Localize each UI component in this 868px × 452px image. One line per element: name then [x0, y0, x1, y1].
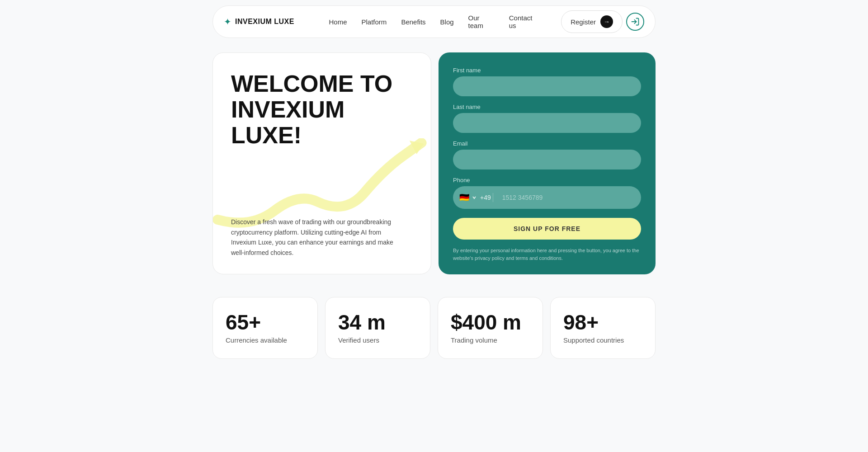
nav-link-home[interactable]: Home — [329, 18, 347, 26]
stat-label-volume: Trading volume — [451, 336, 530, 344]
nav-links: Home Platform Benefits Blog Our team Con… — [329, 14, 539, 29]
navbar-wrapper: ✦ INVEXIUM LUXE Home Platform Benefits B… — [0, 0, 868, 43]
first-name-group: First name — [453, 67, 641, 96]
stat-label-currencies: Currencies available — [226, 336, 305, 344]
last-name-group: Last name — [453, 104, 641, 133]
stats-section: 65+ Currencies available 34 m Verified u… — [0, 292, 868, 377]
login-icon — [631, 17, 640, 26]
phone-row: 🇩🇪 +49 — [453, 186, 641, 209]
hero-section: WELCOME TO INVEXIUM LUXE! Discover a fre… — [0, 43, 868, 292]
chevron-down-icon — [472, 195, 476, 200]
stats-grid: 65+ Currencies available 34 m Verified u… — [212, 297, 656, 359]
register-arrow-icon: → — [600, 15, 613, 28]
hero-left-card: WELCOME TO INVEXIUM LUXE! Discover a fre… — [212, 52, 431, 274]
stat-label-countries: Supported countries — [563, 336, 642, 344]
terms-text: By entering your personal information he… — [453, 247, 641, 262]
nav-link-contact[interactable]: Contact us — [509, 14, 539, 29]
email-label: Email — [453, 140, 641, 147]
phone-input[interactable] — [495, 188, 641, 207]
nav-link-benefits[interactable]: Benefits — [401, 18, 425, 26]
hero-inner: WELCOME TO INVEXIUM LUXE! Discover a fre… — [212, 52, 656, 274]
nav-link-blog[interactable]: Blog — [440, 18, 454, 26]
nav-right: Register → — [539, 10, 645, 33]
nav-link-platform[interactable]: Platform — [362, 18, 387, 26]
email-group: Email — [453, 140, 641, 170]
stat-card-users: 34 m Verified users — [325, 297, 430, 359]
stat-card-currencies: 65+ Currencies available — [212, 297, 318, 359]
logo-icon: ✦ — [224, 16, 231, 27]
stat-number-countries: 98+ — [563, 312, 642, 333]
stat-card-volume: $400 m Trading volume — [438, 297, 543, 359]
country-code: +49 — [480, 194, 491, 201]
country-flag: 🇩🇪 — [459, 193, 469, 202]
logo-area: ✦ INVEXIUM LUXE — [224, 16, 329, 27]
logo-text: INVEXIUM LUXE — [235, 18, 294, 26]
hero-title: WELCOME TO INVEXIUM LUXE! — [231, 71, 413, 149]
login-button[interactable] — [626, 13, 644, 31]
phone-divider — [493, 193, 493, 202]
stat-label-users: Verified users — [338, 336, 417, 344]
email-input[interactable] — [453, 150, 641, 170]
hero-description: Discover a fresh wave of trading with ou… — [231, 217, 403, 258]
last-name-input[interactable] — [453, 113, 641, 133]
phone-label: Phone — [453, 177, 641, 184]
phone-group: Phone 🇩🇪 +49 — [453, 177, 641, 209]
first-name-input[interactable] — [453, 76, 641, 96]
register-button[interactable]: Register → — [561, 10, 623, 33]
stat-number-volume: $400 m — [451, 312, 530, 333]
country-selector[interactable]: 🇩🇪 — [453, 186, 480, 209]
registration-form-card: First name Last name Email Phone 🇩🇪 — [439, 52, 656, 274]
register-label: Register — [571, 18, 596, 26]
navbar: ✦ INVEXIUM LUXE Home Platform Benefits B… — [212, 5, 656, 38]
nav-link-our-team[interactable]: Our team — [468, 14, 495, 29]
signup-button[interactable]: SIGN UP FOR FREE — [453, 218, 641, 240]
stat-number-currencies: 65+ — [226, 312, 305, 333]
first-name-label: First name — [453, 67, 641, 74]
stat-number-users: 34 m — [338, 312, 417, 333]
last-name-label: Last name — [453, 104, 641, 110]
stat-card-countries: 98+ Supported countries — [550, 297, 656, 359]
